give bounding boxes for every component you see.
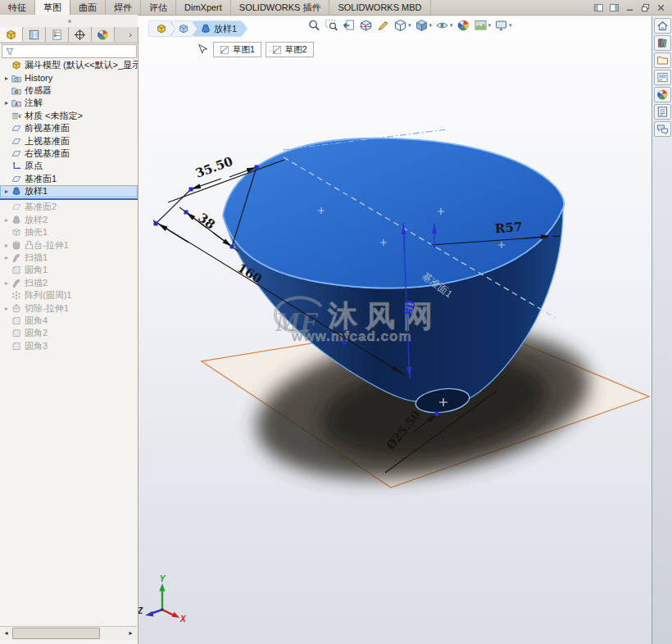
display-style-icon[interactable]: ▾ [414,18,434,33]
sweep-icon [11,252,22,263]
zoom-to-fit-icon[interactable] [306,18,322,33]
section-view-icon[interactable] [358,18,374,33]
tree-item[interactable]: 抽壳1 [0,226,138,238]
resources-home-icon[interactable] [654,18,671,34]
tree-item[interactable]: 原点 [0,160,138,172]
apply-scene-icon[interactable]: ▾ [473,18,493,33]
collapse-handle-icon[interactable] [68,20,71,23]
expand-arrow-icon[interactable]: ▸ [2,216,11,224]
material-icon [11,111,22,121]
tree-item[interactable]: ▸扫描1 [0,252,138,264]
expand-arrow-icon[interactable]: ▸ [2,188,11,195]
panel-expand-icon[interactable]: › [123,27,138,43]
command-tab[interactable]: SOLIDWORKS 插件 [231,0,330,15]
tree-item[interactable]: 圆角2 [0,327,138,339]
tree-item[interactable]: 阵列(圆周)1 [0,289,138,302]
dropdown-arrow-icon[interactable]: ▾ [408,22,411,29]
tree-item-label: 圆角2 [25,327,48,339]
scroll-right-icon[interactable]: ▸ [125,628,137,639]
loft-icon [11,215,22,225]
featuremanager-tab-icon[interactable] [0,27,23,42]
command-tab[interactable]: 焊件 [106,0,141,15]
tree-filter-input[interactable] [2,44,137,58]
tree-item-label: 抽壳1 [25,226,48,238]
rollback-bar[interactable] [0,198,138,200]
tree-item[interactable]: 圆角3 [0,340,138,352]
scrollbar-thumb[interactable] [12,628,100,639]
tree-item[interactable]: 基准面1 [0,173,138,185]
previous-view-icon[interactable] [341,18,356,33]
tree-item[interactable]: 上视基准面 [0,134,138,147]
view-settings-icon[interactable]: ▾ [493,18,513,33]
appearances-scenes-icon[interactable] [654,87,671,102]
scroll-left-icon[interactable]: ◂ [0,628,12,639]
command-tab[interactable]: 曲面 [70,0,106,15]
expand-arrow-icon[interactable]: ▸ [2,99,11,107]
tree-item[interactable]: 圆角1 [0,264,138,276]
file-explorer-icon[interactable] [654,52,671,68]
design-library-icon[interactable] [654,35,671,51]
forum-icon[interactable] [654,121,671,137]
dimension-radius[interactable]: R57 [494,220,523,236]
tree-item[interactable]: 传感器 [0,84,138,97]
tree-item[interactable]: ▸放样1 [0,185,138,197]
zoom-to-area-icon[interactable] [324,18,339,33]
command-tab[interactable]: 特征 [0,0,35,15]
displaymanager-tab-icon[interactable] [92,27,115,42]
dropdown-arrow-icon[interactable]: ▾ [509,22,512,29]
horizontal-scrollbar[interactable]: ◂ ▸ [0,626,137,640]
expand-arrow-icon[interactable]: ▸ [2,75,11,82]
dimxpertmanager-tab-icon[interactable] [69,27,92,42]
model-scene[interactable]: 基准面1 MF 沐风网 www.mfcad.com [138,16,652,644]
sketch1-button[interactable]: 草图1 [213,42,261,57]
command-tab[interactable]: DimXpert [176,0,231,15]
expand-arrow-icon[interactable]: ▸ [2,242,11,249]
breadcrumb-part[interactable] [149,21,175,36]
tree-item[interactable]: ▸凸台-拉伸1 [0,238,138,251]
sketch2-button[interactable]: 草图2 [266,42,314,57]
tree-item[interactable]: ▸History [0,71,138,84]
dropdown-arrow-icon[interactable]: ▾ [429,22,433,29]
tree-item[interactable]: 基准面2 [0,201,138,213]
tree-item[interactable]: 漏斗模型 (默认<<默认>_显示状态 [0,59,138,71]
command-tab[interactable]: SOLIDWORKS MBD [329,0,430,15]
dimension-width-inner[interactable]: 38 [195,211,218,233]
dropdown-arrow-icon[interactable]: ▾ [488,22,492,29]
pane-left-icon[interactable] [593,2,605,13]
tree-item[interactable]: 前视基准面 [0,122,138,134]
view-palette-icon[interactable] [654,70,671,85]
hide-show-items-icon[interactable]: ▾ [434,18,454,33]
commandmanager-collapsed-strip[interactable] [0,15,138,27]
dropdown-arrow-icon[interactable]: ▾ [450,22,453,29]
minimize-icon[interactable] [624,2,636,13]
close-icon[interactable] [655,2,667,13]
propertymanager-tab-icon[interactable] [23,27,46,42]
restore-icon[interactable] [639,2,652,13]
expand-arrow-icon[interactable]: ▸ [2,254,11,261]
triad-x-label: X [179,615,187,624]
tree-item[interactable]: 右视基准面 [0,147,138,160]
tree-item[interactable]: ▸注解 [0,97,138,109]
edit-appearance-icon[interactable] [456,18,471,33]
expand-arrow-icon[interactable]: ▸ [2,279,11,287]
command-tab[interactable]: 草图 [35,0,70,15]
annotation-view-icon[interactable] [375,18,391,33]
command-tab[interactable]: 评估 [141,0,176,15]
configurationmanager-tab-icon[interactable] [46,27,69,42]
dimension-width-top[interactable]: 35.50 [193,154,234,181]
custom-properties-icon[interactable] [654,104,671,120]
tree-item-label: 前视基准面 [25,122,70,134]
expand-arrow-icon[interactable]: ▸ [2,305,11,312]
tree-item[interactable]: 材质 <未指定> [0,110,138,122]
view-orientation-icon[interactable]: ▾ [393,18,412,33]
shell-icon [11,227,22,238]
plane-icon [11,202,22,212]
origin-icon [11,161,22,171]
tree-item[interactable]: ▸放样2 [0,214,138,226]
tree-item[interactable]: ▸切除-拉伸1 [0,302,138,314]
tree-item[interactable]: 圆角4 [0,315,138,327]
pane-right-icon[interactable] [608,2,620,13]
graphics-viewport[interactable]: 基准面1 MF 沐风网 www.mfcad.com [138,16,652,644]
tree-item[interactable]: ▸扫描2 [0,277,138,289]
breadcrumb-loft[interactable]: 放样1 [193,21,247,36]
